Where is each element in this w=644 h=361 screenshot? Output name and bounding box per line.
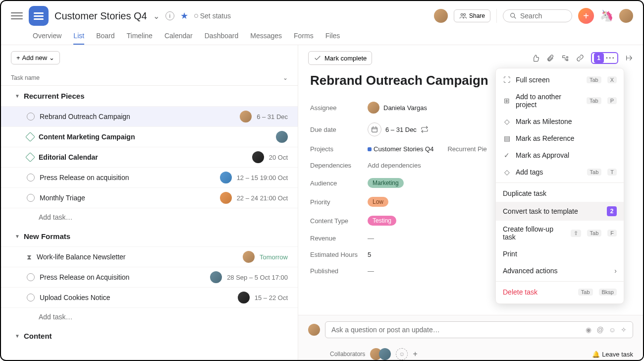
triangle-down-icon: ▼ — [15, 333, 20, 339]
chevron-down-icon[interactable]: ⌄ — [153, 11, 160, 21]
mark-complete-button[interactable]: Mark complete — [308, 51, 372, 65]
hamburger-menu[interactable] — [11, 10, 23, 22]
menu-item[interactable]: Print — [496, 245, 624, 262]
chevron-down-icon[interactable]: ⌄ — [283, 74, 288, 81]
menu-item[interactable]: Convert task to template2 — [496, 202, 624, 221]
svg-rect-3 — [372, 127, 377, 132]
comment-input[interactable]: Ask a question or post an update… ◉ @ ☺ … — [325, 321, 633, 338]
close-panel-icon[interactable] — [625, 54, 633, 62]
menu-item[interactable]: Create follow-up task⇧TabF — [496, 221, 624, 245]
check-circle-icon[interactable] — [27, 174, 35, 181]
task-row[interactable]: Press Release on acquisition12 – 15 19:0… — [1, 167, 298, 187]
check-circle-icon[interactable] — [27, 194, 35, 202]
task-row[interactable]: ⧗Work-life Balance NewsletterTomorrow — [1, 246, 298, 267]
more-actions-button[interactable]: ··· — [606, 54, 615, 62]
task-row[interactable]: Upload Cookies Notice15 – 22 Oct — [1, 287, 298, 307]
task-row[interactable]: Rebrand Outreach Campaign6 – 31 Dec — [1, 106, 298, 126]
task-name: Press Release on acquisition — [40, 174, 215, 181]
record-icon[interactable]: ◉ — [586, 326, 591, 334]
add-new-button[interactable]: + Add new ⌄ — [11, 51, 60, 64]
star-icon[interactable]: ✧ — [621, 326, 627, 334]
add-collaborator-placeholder[interactable]: ☺ — [396, 348, 408, 360]
search-input[interactable]: Search — [503, 9, 572, 22]
menu-item[interactable]: ◇Mark as Milestone — [496, 113, 624, 130]
tab-messages[interactable]: Messages — [250, 28, 282, 45]
tab-dashboard[interactable]: Dashboard — [205, 28, 239, 45]
attachment-icon[interactable] — [546, 54, 554, 62]
collaborators-label: Collaborators — [330, 351, 365, 358]
menu-item[interactable]: ▤Mark as Reference — [496, 130, 624, 147]
field-label-audience: Audience — [310, 180, 368, 187]
divider — [496, 182, 624, 183]
triangle-down-icon: ▼ — [15, 234, 20, 239]
tab-calendar[interactable]: Calendar — [164, 28, 193, 45]
tab-board[interactable]: Board — [96, 28, 114, 45]
task-row[interactable]: Press Release on Acquisition28 Sep – 5 O… — [1, 267, 298, 287]
avatar[interactable] — [434, 9, 448, 23]
add-collaborator-button[interactable]: + — [413, 350, 417, 359]
svg-point-2 — [511, 13, 515, 17]
column-task-name[interactable]: Task name — [11, 74, 283, 81]
tab-timeline[interactable]: Timeline — [127, 28, 153, 45]
set-status-button[interactable]: Set status — [194, 12, 231, 20]
field-label-content-type: Content Type — [310, 217, 368, 225]
like-icon[interactable] — [532, 54, 539, 62]
menu-item-delete[interactable]: Delete taskTabBksp — [496, 284, 624, 301]
task-name: Content Marketing Campaign — [39, 133, 271, 141]
link-icon[interactable] — [576, 54, 584, 62]
hourglass-icon: ⧗ — [27, 253, 32, 261]
user-avatar[interactable] — [619, 9, 633, 23]
menu-icon: ▤ — [503, 134, 511, 142]
svg-point-1 — [464, 13, 466, 15]
check-circle-icon[interactable] — [27, 113, 35, 120]
task-name: Editorial Calendar — [39, 153, 247, 161]
avatar — [238, 292, 250, 303]
task-name: Rebrand Outreach Campaign — [40, 113, 235, 120]
avatar — [220, 192, 232, 204]
global-add-button[interactable]: + — [578, 8, 594, 24]
menu-item[interactable]: Advanced actions› — [496, 262, 624, 279]
section-header[interactable]: ▼Content — [1, 326, 298, 346]
task-row[interactable]: Content Marketing Campaign — [1, 126, 298, 147]
tab-list[interactable]: List — [73, 28, 84, 45]
chevron-down-icon: ⌄ — [49, 54, 54, 61]
section-header[interactable]: ▼Recurrent Pieces — [1, 86, 298, 106]
menu-item[interactable]: ⊞Add to another projectTabP — [496, 88, 624, 113]
tab-files[interactable]: Files — [325, 28, 340, 45]
tab-forms[interactable]: Forms — [294, 28, 314, 45]
menu-item[interactable]: ⛶Full screenTabX — [496, 71, 624, 88]
subtask-icon[interactable] — [561, 54, 569, 62]
menu-item[interactable]: ◇Add tagsTabT — [496, 164, 624, 180]
celebration-icon[interactable]: 🦄 — [600, 9, 613, 22]
leave-task-button[interactable]: 🔔 Leave task — [592, 351, 633, 358]
avatar — [243, 251, 255, 263]
check-circle-icon[interactable] — [27, 294, 35, 301]
chevron-right-icon: › — [614, 267, 617, 275]
task-row[interactable]: Editorial Calendar20 Oct — [1, 147, 298, 167]
add-task-button[interactable]: Add task… — [1, 307, 298, 326]
menu-icon: ◇ — [503, 118, 511, 125]
mention-icon[interactable]: @ — [596, 326, 603, 334]
check-circle-icon[interactable] — [27, 273, 35, 281]
task-name: Upload Cookies Notice — [40, 294, 233, 301]
field-label-priority: Priority — [310, 198, 368, 206]
project-title: Customer Stories Q4 — [54, 10, 147, 22]
share-button[interactable]: Share — [454, 9, 490, 22]
menu-item[interactable]: Duplicate task — [496, 185, 624, 202]
star-icon[interactable]: ★ — [180, 10, 188, 21]
tab-overview[interactable]: Overview — [33, 28, 61, 45]
plus-icon: + — [16, 54, 20, 61]
info-icon[interactable]: i — [165, 11, 174, 20]
task-row[interactable]: Monthly Triage22 – 24 21:00 Oct — [1, 187, 298, 208]
emoji-icon[interactable]: ☺ — [609, 326, 616, 334]
avatar — [308, 324, 320, 336]
add-task-button[interactable]: Add task… — [1, 208, 298, 226]
avatar — [220, 172, 232, 183]
menu-item[interactable]: ✓Mark as Approval — [496, 147, 624, 164]
field-label-projects: Projects — [310, 145, 368, 153]
view-tabs: OverviewListBoardTimelineCalendarDashboa… — [1, 28, 643, 45]
avatar[interactable] — [379, 348, 391, 360]
callout-badge-2: 2 — [607, 206, 617, 216]
repeat-icon[interactable] — [421, 125, 429, 133]
section-header[interactable]: ▼New Formats — [1, 226, 298, 246]
